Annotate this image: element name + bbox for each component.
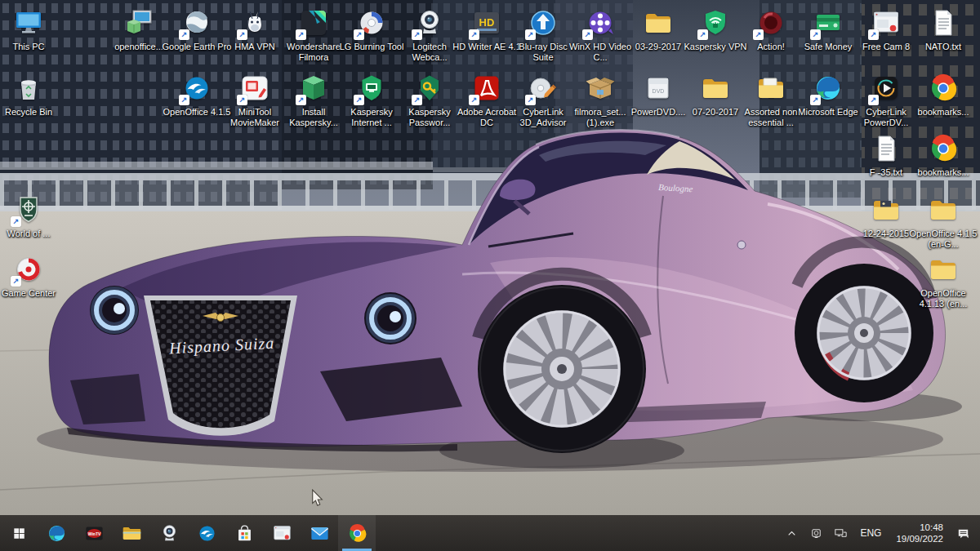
tray-device-icon[interactable]: [804, 515, 828, 551]
system-tray: ENG 10:48 19/09/2022: [779, 515, 980, 551]
desktop-icon-label: bookmarks...: [918, 167, 969, 178]
kaspersky-internet-icon: ↗: [355, 72, 388, 104]
svg-text:WinTV: WinTV: [87, 531, 100, 535]
winx-icon: ↗: [584, 7, 617, 39]
svg-text:HD: HD: [479, 16, 495, 29]
desktop-icon-label: Game Center: [2, 288, 56, 299]
file-explorer-icon: [121, 522, 143, 544]
kaspersky-vpn-icon: ↗: [699, 7, 732, 39]
taskbar-logitech-webcam-button[interactable]: [150, 515, 188, 551]
kaspersky-install-icon: ↗: [297, 72, 330, 104]
folder-full-icon: [755, 72, 787, 104]
taskbar-openoffice-button[interactable]: [188, 515, 225, 551]
desktop-icon-label: 12-24-2015: [863, 229, 909, 239]
action-center-button[interactable]: [951, 515, 975, 551]
desktop-icon-game-center[interactable]: ↗Game Center: [0, 253, 65, 299]
desktop-icons: This PCopenoffice...↗Google Earth Pro↗HM…: [0, 0, 980, 515]
desktop-icon-bookmarks[interactable]: bookmarks...: [907, 132, 979, 178]
shortcut-arrow-overlay: ↗: [11, 216, 21, 227]
folder-icon: [699, 72, 732, 104]
taskbar-wintv-button[interactable]: WinTV: [75, 515, 113, 551]
recycle-bin-icon: [12, 72, 45, 104]
shortcut-arrow-overlay: ↗: [354, 95, 364, 105]
shortcut-arrow-overlay: ↗: [469, 29, 479, 40]
shortcut-arrow-overlay: ↗: [810, 29, 821, 40]
shortcut-arrow-overlay: ↗: [525, 29, 536, 40]
language-indicator[interactable]: ENG: [853, 527, 889, 539]
shortcut-arrow-overlay: ↗: [810, 95, 821, 105]
powerdvd-app-icon: ↗: [870, 72, 902, 104]
taskbar-edge-button[interactable]: [38, 515, 75, 551]
taskbar-free-cam-button[interactable]: [263, 515, 301, 551]
shortcut-arrow-overlay: ↗: [354, 29, 364, 40]
shortcut-arrow-overlay: ↗: [237, 29, 247, 40]
kaspersky-password-icon: ↗: [413, 72, 446, 104]
shortcut-arrow-overlay: ↗: [412, 95, 422, 105]
installer-icon: [122, 7, 155, 39]
desktop-icon-label: PowerDVD....: [631, 107, 686, 118]
shortcut-arrow-overlay: ↗: [753, 29, 764, 40]
desktop-icon-label: Recycle Bin: [5, 107, 52, 118]
desktop-icon-openoffice-4-1-5-en-g[interactable]: OpenOffice 4.1.5 (en-G...: [907, 193, 979, 250]
minitool-icon: ↗: [238, 72, 271, 104]
this-pc-icon: [12, 7, 45, 39]
clock-time: 10:48: [896, 522, 943, 533]
google-earth-icon: ↗: [180, 7, 213, 39]
shortcut-arrow-overlay: ↗: [179, 95, 189, 105]
shortcut-arrow-overlay: ↗: [179, 29, 189, 40]
taskbar: WinTV ENG 10:48 19/09/2022: [0, 515, 980, 551]
taskbar-mail-button[interactable]: [301, 515, 338, 551]
desktop-icon-label: 03-29-2017: [635, 42, 681, 52]
chrome-file-icon: [927, 72, 960, 104]
chrome-icon: [346, 522, 368, 544]
shortcut-arrow-overlay: ↗: [469, 95, 479, 105]
taskbar-file-explorer-button[interactable]: [113, 515, 150, 551]
desktop-icon-bookmarks[interactable]: bookmarks...: [907, 72, 979, 118]
free-cam-icon: [271, 522, 293, 544]
desktop-icon-openoffice-4-1-13-en[interactable]: OpenOffice 4.1.13 (en...: [907, 253, 979, 309]
desktop-icon-label: 07-20-2017: [693, 107, 738, 118]
tray-network-icon[interactable]: [828, 515, 853, 551]
taskbar-app-buttons: WinTV: [0, 515, 376, 551]
safe-money-icon: ↗: [812, 7, 844, 39]
edge-icon: ↗: [812, 72, 844, 104]
logitech-webcam-icon: [158, 522, 180, 544]
taskbar-start-button[interactable]: [0, 515, 38, 551]
hma-vpn-icon: ↗: [238, 7, 271, 39]
shortcut-arrow-overlay: ↗: [296, 29, 306, 40]
clock[interactable]: 10:48 19/09/2022: [889, 522, 951, 544]
desktop-icon-label: OpenOffice 4.1.13 (en...: [908, 288, 978, 309]
wintv-icon: WinTV: [83, 522, 105, 544]
desktop-icon-label: Safe Money: [804, 42, 853, 52]
folder-icon: [927, 253, 960, 286]
mail-icon: [309, 522, 331, 544]
tray-chevron-up-icon[interactable]: [779, 515, 804, 551]
desktop-icon-recycle-bin[interactable]: Recycle Bin: [0, 72, 65, 118]
taskbar-microsoft-store-button[interactable]: [225, 515, 263, 551]
txt-icon: [870, 132, 902, 165]
desktop-icon-label: Action!: [757, 42, 785, 52]
filmora-icon: ↗: [297, 7, 330, 39]
cyberlink-3d-icon: ↗: [527, 72, 559, 104]
chrome-file-icon: [927, 132, 960, 165]
action-icon: ↗: [755, 7, 787, 39]
acrobat-icon: ↗: [470, 72, 503, 104]
microsoft-store-icon: [234, 522, 256, 544]
hd-writer-icon: HD↗: [470, 7, 503, 39]
desktop-icon-world-of[interactable]: ↗World of ...: [0, 193, 65, 239]
openoffice-icon: ↗: [180, 72, 213, 104]
svg-text:DVD: DVD: [653, 88, 665, 94]
desktop-icon-label: Free Cam 8: [862, 42, 910, 52]
clock-date: 19/09/2022: [896, 533, 943, 544]
folder-icon: [642, 7, 675, 39]
desktop-icon-this-pc[interactable]: This PC: [0, 7, 65, 52]
taskbar-chrome-button[interactable]: [338, 515, 376, 551]
shortcut-arrow-overlay: ↗: [412, 29, 422, 40]
desktop-icon-label: OpenOffice 4.1.5 (en-G...: [908, 229, 978, 250]
desktop-icon-label: Microsoft Edge: [798, 107, 858, 118]
desktop-icon-label: World of ...: [7, 229, 51, 239]
shortcut-arrow-overlay: ↗: [525, 95, 536, 105]
desktop-icon-label: bookmarks...: [918, 107, 969, 118]
txt-icon: [927, 7, 960, 39]
desktop-icon-nato-txt[interactable]: NATO.txt: [907, 7, 979, 52]
